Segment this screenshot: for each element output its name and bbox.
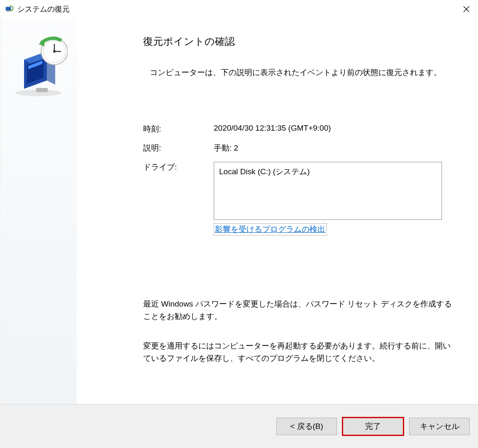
finish-button[interactable]: 完了 <box>343 418 403 435</box>
system-restore-icon <box>10 35 68 97</box>
drive-label: ドライブ: <box>143 162 214 236</box>
description-label: 説明: <box>143 143 214 153</box>
time-label: 時刻: <box>143 124 214 134</box>
description-value: 手動: 2 <box>214 143 453 153</box>
system-restore-title-icon <box>4 4 14 14</box>
back-button[interactable]: < 戻る(B) <box>276 418 337 435</box>
info-grid: 時刻: 2020/04/30 12:31:35 (GMT+9:00) 説明: 手… <box>143 124 453 236</box>
left-panel <box>0 18 77 404</box>
body-area: 復元ポイントの確認 コンピューターは、下の説明に表示されたイベントより前の状態に… <box>0 18 478 404</box>
content-panel: 復元ポイントの確認 コンピューターは、下の説明に表示されたイベントより前の状態に… <box>77 18 478 404</box>
page-heading: 復元ポイントの確認 <box>143 35 453 48</box>
intro-text: コンピューターは、下の説明に表示されたイベントより前の状態に復元されます。 <box>143 67 453 78</box>
svg-rect-0 <box>6 7 11 11</box>
cancel-button[interactable]: キャンセル <box>409 418 470 435</box>
svg-rect-5 <box>36 88 48 92</box>
restart-note: 変更を適用するにはコンピューターを再起動する必要があります。続行する前に、開いて… <box>143 340 453 365</box>
close-button[interactable] <box>455 0 478 18</box>
drive-list: Local Disk (C:) (システム) <box>214 162 442 220</box>
window-title: システムの復元 <box>17 4 455 14</box>
scan-affected-programs-link[interactable]: 影響を受けるプログラムの検出 <box>214 223 327 236</box>
svg-rect-1 <box>7 11 10 12</box>
footer: < 戻る(B) 完了 キャンセル <box>0 404 478 448</box>
password-note: 最近 Windows パスワードを変更した場合は、パスワード リセット ディスク… <box>143 298 453 323</box>
svg-point-10 <box>53 50 56 53</box>
titlebar: システムの復元 <box>0 0 478 18</box>
time-value: 2020/04/30 12:31:35 (GMT+9:00) <box>214 124 453 134</box>
